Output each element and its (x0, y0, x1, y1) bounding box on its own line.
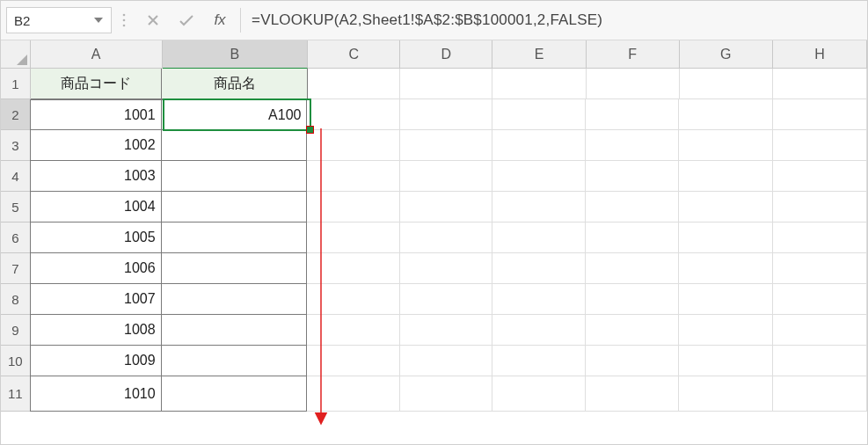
cell[interactable] (679, 99, 772, 130)
cell[interactable]: 商品名 (162, 69, 308, 99)
cell[interactable] (679, 376, 772, 412)
column-header-A[interactable]: A (31, 40, 163, 69)
cell[interactable] (586, 284, 679, 315)
cell[interactable] (307, 284, 399, 315)
cell[interactable]: A100 (162, 99, 308, 130)
cell[interactable] (773, 99, 867, 130)
cell[interactable] (492, 253, 586, 284)
cell[interactable] (400, 253, 492, 284)
cell[interactable] (307, 315, 399, 346)
cell[interactable] (162, 284, 308, 315)
cell[interactable] (492, 69, 586, 99)
cell[interactable] (162, 161, 308, 192)
cell[interactable] (679, 346, 772, 376)
cell[interactable] (400, 192, 492, 222)
cell[interactable] (679, 253, 772, 284)
cell[interactable]: 1009 (30, 346, 162, 376)
cell[interactable] (400, 161, 492, 192)
cell[interactable] (492, 376, 586, 412)
cell[interactable] (492, 346, 586, 376)
cell[interactable] (586, 130, 679, 161)
cell[interactable] (773, 222, 867, 253)
column-header-B[interactable]: B (163, 40, 309, 69)
cell[interactable] (307, 376, 399, 412)
cell[interactable] (773, 284, 867, 315)
cell[interactable] (162, 222, 308, 253)
row-header-5[interactable]: 5 (1, 192, 31, 222)
cell[interactable] (492, 161, 586, 192)
formula-input[interactable] (244, 7, 867, 33)
cell[interactable] (586, 376, 679, 412)
cell[interactable] (492, 222, 586, 253)
cell[interactable] (400, 315, 492, 346)
cell[interactable] (586, 99, 679, 130)
cell[interactable] (400, 376, 492, 412)
cell[interactable] (400, 284, 492, 315)
cell[interactable] (492, 99, 586, 130)
cell[interactable] (162, 130, 308, 161)
cell[interactable] (308, 69, 400, 99)
cell[interactable] (162, 315, 308, 346)
cell[interactable] (400, 346, 492, 376)
cell[interactable] (162, 376, 308, 412)
cell[interactable]: 1004 (30, 192, 162, 222)
insert-function-button[interactable]: fx (203, 1, 237, 40)
cell[interactable] (773, 346, 867, 376)
cell[interactable] (307, 222, 399, 253)
cell[interactable] (586, 222, 679, 253)
cell[interactable] (400, 130, 492, 161)
row-header-3[interactable]: 3 (1, 130, 31, 161)
cell[interactable] (773, 253, 867, 284)
cell[interactable] (586, 253, 679, 284)
cell[interactable] (773, 130, 867, 161)
row-header-6[interactable]: 6 (1, 222, 31, 253)
cell[interactable] (586, 161, 679, 192)
row-header-11[interactable]: 11 (1, 376, 31, 412)
enter-button[interactable] (170, 1, 203, 40)
cell[interactable] (679, 315, 772, 346)
column-header-C[interactable]: C (308, 40, 400, 69)
cell[interactable] (307, 99, 399, 130)
cell[interactable] (307, 161, 399, 192)
cell[interactable] (492, 284, 586, 315)
cell[interactable]: 1008 (30, 315, 162, 346)
column-header-G[interactable]: G (680, 40, 773, 69)
select-all-corner[interactable] (1, 40, 31, 69)
cell[interactable] (773, 315, 867, 346)
cell[interactable]: 1010 (30, 376, 162, 412)
cell[interactable] (586, 192, 679, 222)
cell[interactable] (492, 192, 586, 222)
cell[interactable] (492, 315, 586, 346)
cell[interactable]: 1007 (30, 284, 162, 315)
cell[interactable] (679, 192, 772, 222)
cell[interactable]: 1006 (30, 253, 162, 284)
row-header-2[interactable]: 2 (1, 99, 31, 130)
row-header-10[interactable]: 10 (1, 346, 31, 376)
cell[interactable]: 1002 (30, 130, 162, 161)
cell[interactable]: 1001 (30, 99, 162, 130)
cell[interactable] (162, 192, 308, 222)
fill-handle[interactable] (306, 126, 314, 134)
cell[interactable] (162, 253, 308, 284)
column-header-D[interactable]: D (400, 40, 492, 69)
chevron-down-icon[interactable] (91, 1, 106, 40)
row-header-9[interactable]: 9 (1, 315, 31, 346)
cell[interactable] (586, 346, 679, 376)
cell[interactable] (587, 69, 680, 99)
cell[interactable] (773, 69, 867, 99)
row-header-4[interactable]: 4 (1, 161, 31, 192)
cell[interactable] (679, 284, 772, 315)
column-header-E[interactable]: E (492, 40, 586, 69)
row-header-8[interactable]: 8 (1, 284, 31, 315)
cell[interactable] (773, 192, 867, 222)
cell[interactable] (307, 130, 399, 161)
cell[interactable] (400, 99, 492, 130)
column-header-F[interactable]: F (587, 40, 680, 69)
cell[interactable] (400, 222, 492, 253)
cell[interactable] (773, 161, 867, 192)
cell[interactable] (773, 376, 867, 412)
cell[interactable] (307, 192, 399, 222)
cell[interactable] (307, 253, 399, 284)
cell[interactable]: 商品コード (31, 69, 163, 99)
cell[interactable] (679, 222, 772, 253)
